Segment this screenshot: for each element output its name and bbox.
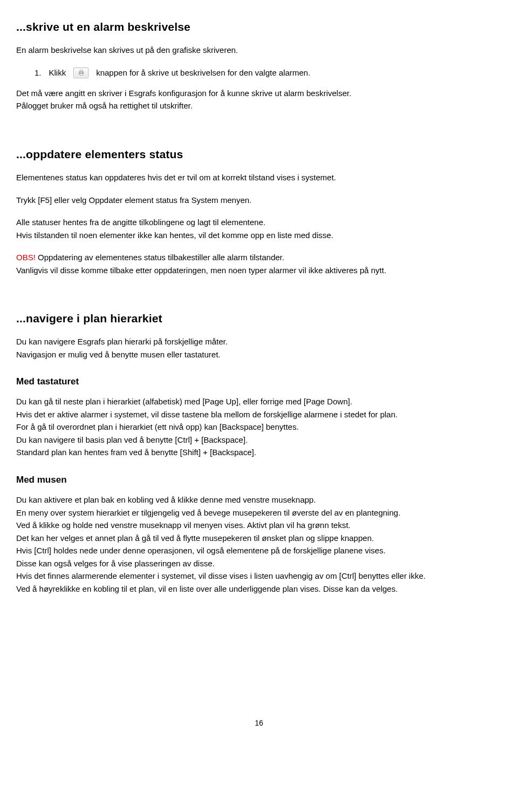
text-s2-obs-line: OBS! Oppdatering av elementenes status t… — [16, 252, 502, 263]
text-s2-p1: Elementenes status kan oppdateres hvis d… — [16, 172, 502, 183]
heading-navigate: ...navigere i plan hierarkiet — [16, 311, 502, 326]
svg-rect-1 — [80, 70, 83, 72]
subheading-mouse: Med musen — [16, 474, 502, 486]
text-kb-l3: For å gå til overordnet plan i hierarkie… — [16, 422, 502, 432]
text-kb-l1: Du kan gå til neste plan i hierarkiet (a… — [16, 396, 502, 407]
text-s2-p2: Trykk [F5] eller velg Oppdater element s… — [16, 195, 502, 206]
text-s3-p1a: Du kan navigere Esgrafs plan hierarki på… — [16, 336, 502, 347]
list-number: 1. — [35, 67, 42, 78]
text-button-desc: knappen for å skrive ut beskrivelsen for… — [96, 67, 310, 78]
text-s2-p3b: Hvis tilstanden til noen elementer ikke … — [16, 230, 502, 241]
text-s2-p3a: Alle statuser hentes fra de angitte tilk… — [16, 217, 502, 228]
heading-print-alarm: ...skrive ut en alarm beskrivelse — [16, 19, 502, 34]
text-kb-l2: Hvis det er aktive alarmer i systemet, v… — [16, 409, 502, 420]
text-m-l7: Hvis det finnes alarmerende elementer i … — [16, 571, 502, 581]
text-s3-p1b: Navigasjon er mulig ved å benytte musen … — [16, 349, 502, 360]
subheading-keyboard: Med tastaturet — [16, 376, 502, 388]
text-kb-l5: Standard plan kan hentes fram ved å beny… — [16, 447, 502, 458]
obs-label: OBS! — [16, 253, 36, 262]
svg-point-3 — [83, 72, 83, 72]
heading-update-status: ...oppdatere elementers status — [16, 147, 502, 161]
text-m-l5: Hvis [Ctrl] holdes nede under denne oper… — [16, 545, 502, 556]
printer-icon — [73, 67, 88, 78]
text-m-l3: Ved å klikke og holde ned venstre musekn… — [16, 520, 502, 531]
text-s1-p2a: Det må være angitt en skriver i Esgrafs … — [16, 88, 502, 99]
text-m-l2: En meny over system hierarkiet er tilgje… — [16, 508, 502, 518]
text-m-l8: Ved å høyreklikke en kobling til et plan… — [16, 584, 502, 594]
text-s1-p2b: Pålogget bruker må også ha rettighet til… — [16, 100, 502, 111]
text-click: Klikk — [49, 67, 66, 78]
text-m-l4: Det kan her velges et annet plan å gå ti… — [16, 533, 502, 544]
text-m-l1: Du kan aktivere et plan bak en kobling v… — [16, 495, 502, 505]
text-s2-p4b: Vanligvis vil disse komme tilbake etter … — [16, 265, 502, 276]
page-number: 16 — [16, 718, 502, 728]
text-kb-l4: Du kan navigere til basis plan ved å ben… — [16, 435, 502, 445]
text-m-l6: Disse kan også velges for å vise plasser… — [16, 558, 502, 569]
text-s1-p1: En alarm beskrivelse kan skrives ut på d… — [16, 45, 502, 56]
list-item-print: 1. Klikk knappen for å skrive ut beskriv… — [16, 67, 502, 78]
svg-rect-2 — [80, 73, 83, 76]
text-s2-p4a: Oppdatering av elementenes status tilbak… — [36, 253, 284, 262]
